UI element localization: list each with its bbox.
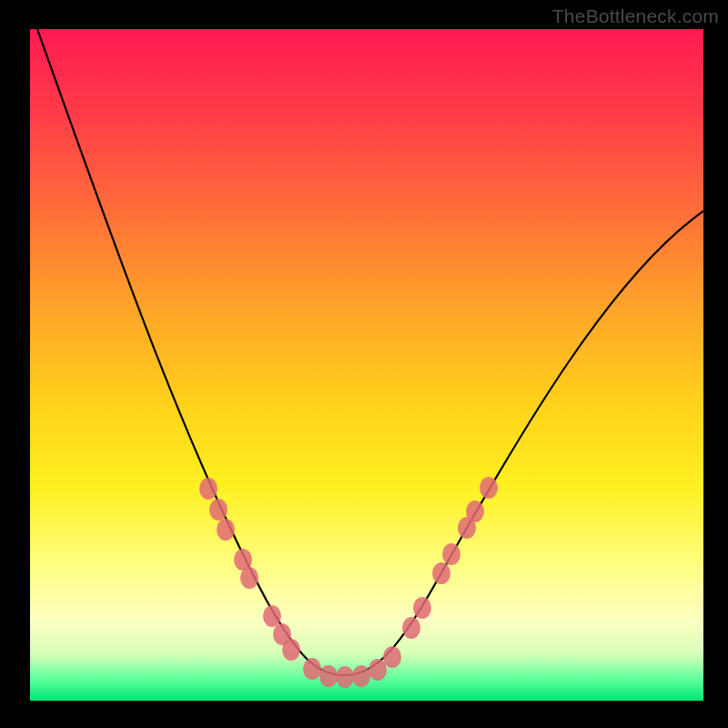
chart-canvas: TheBottleneck.com [0, 0, 728, 728]
curve-path [37, 29, 703, 675]
marker-point [282, 639, 300, 661]
marker-point [432, 562, 450, 584]
attribution-label: TheBottleneck.com [552, 5, 719, 27]
chart-svg [30, 29, 703, 701]
marker-point [442, 543, 460, 565]
marker-point [352, 665, 370, 687]
marker-point [209, 499, 228, 521]
marker-point [369, 659, 387, 681]
marker-point [336, 666, 354, 688]
plot-area [30, 29, 703, 701]
marker-point [319, 665, 338, 687]
marker-point [217, 519, 235, 541]
marker-point [383, 646, 401, 668]
marker-point [413, 597, 431, 619]
marker-point [263, 605, 281, 627]
marker-point [402, 617, 420, 639]
marker-point [466, 500, 484, 522]
marker-point [303, 658, 321, 680]
marker-point [240, 567, 258, 589]
markers-group [199, 477, 498, 688]
marker-point [199, 478, 217, 500]
marker-point [480, 477, 498, 499]
